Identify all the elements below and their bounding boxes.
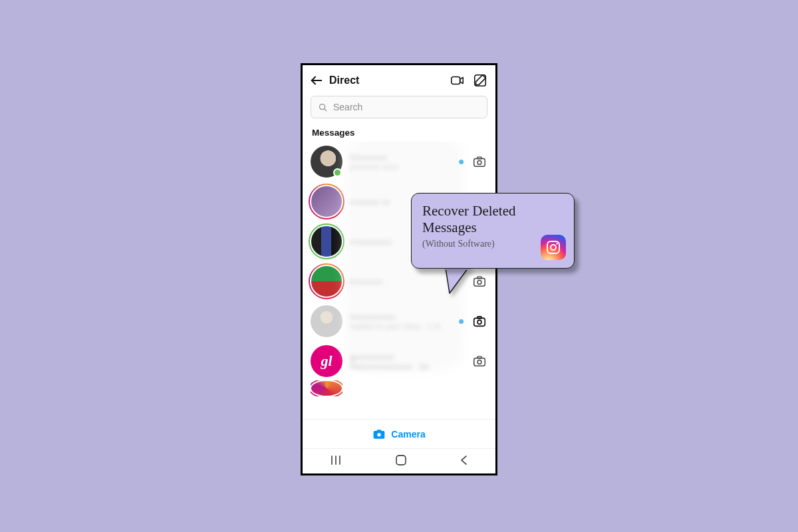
android-back-button[interactable] <box>460 455 469 468</box>
conversation-text: gxxxxxxxxx Hxxxxxxxxxxxxxx · 2w <box>350 352 464 371</box>
recents-button[interactable] <box>329 455 342 468</box>
svg-point-25 <box>551 245 556 250</box>
svg-rect-13 <box>477 317 481 319</box>
conversation-row[interactable] <box>303 381 495 400</box>
callout-line2: Messages <box>422 219 477 235</box>
compose-button[interactable] <box>471 72 489 89</box>
search-container: Search <box>303 96 495 124</box>
avatar[interactable] <box>311 380 342 396</box>
avatar[interactable] <box>311 146 342 178</box>
svg-rect-5 <box>474 158 485 166</box>
conversation-row[interactable]: lxxxxxxxx wxxxxxx xxxx <box>303 142 495 182</box>
camera-label: Camera <box>391 429 425 440</box>
svg-rect-10 <box>477 277 481 279</box>
svg-line-4 <box>325 108 327 111</box>
camera-icon[interactable] <box>471 154 487 170</box>
messages-label: Messages <box>303 124 495 142</box>
conversation-text: lxxxxxxxx wxxxxxx xxxx <box>350 152 451 172</box>
conversation-row[interactable]: lxxxxxxxxxx replied to your story · 1 hr <box>303 301 495 341</box>
search-icon <box>318 102 328 112</box>
camera-icon[interactable] <box>471 353 487 369</box>
video-call-button[interactable] <box>449 72 466 89</box>
svg-rect-14 <box>474 358 485 366</box>
dm-header: Direct <box>303 65 495 96</box>
page-title: Direct <box>329 74 359 86</box>
open-camera-button[interactable]: Camera <box>303 419 495 448</box>
android-navbar <box>303 448 495 473</box>
svg-point-6 <box>477 160 481 164</box>
instagram-icon <box>541 235 566 260</box>
search-placeholder: Search <box>333 102 362 112</box>
back-button[interactable] <box>309 73 324 88</box>
svg-point-15 <box>477 360 481 364</box>
svg-point-12 <box>477 320 481 324</box>
conversation-text: lxxxxxxxxxx replied to your story · 1 hr <box>350 312 451 331</box>
search-input[interactable]: Search <box>311 96 487 118</box>
svg-point-3 <box>320 104 325 109</box>
callout-bubble: Recover Deleted Messages (Without Softwa… <box>411 193 575 269</box>
home-button[interactable] <box>395 454 407 469</box>
camera-fill-icon <box>372 428 386 441</box>
svg-point-26 <box>556 243 557 244</box>
svg-rect-21 <box>396 456 406 465</box>
svg-rect-16 <box>477 356 481 358</box>
callout-line1: Recover Deleted <box>422 203 516 219</box>
avatar[interactable]: gl <box>311 345 342 377</box>
svg-marker-22 <box>446 268 468 293</box>
svg-rect-11 <box>474 318 485 326</box>
svg-rect-1 <box>452 77 460 84</box>
avatar[interactable] <box>311 305 342 337</box>
camera-icon[interactable] <box>471 313 487 329</box>
unread-dot-icon <box>459 319 464 324</box>
unread-dot-icon <box>459 160 464 164</box>
svg-rect-7 <box>477 157 481 159</box>
avatar[interactable] <box>311 265 342 297</box>
svg-point-17 <box>378 433 382 437</box>
avatar[interactable] <box>311 225 342 257</box>
conversation-row[interactable]: gl gxxxxxxxxx Hxxxxxxxxxxxxxx · 2w <box>303 341 495 381</box>
presence-dot-icon <box>333 168 342 177</box>
svg-point-9 <box>477 280 481 284</box>
avatar[interactable] <box>311 186 342 217</box>
